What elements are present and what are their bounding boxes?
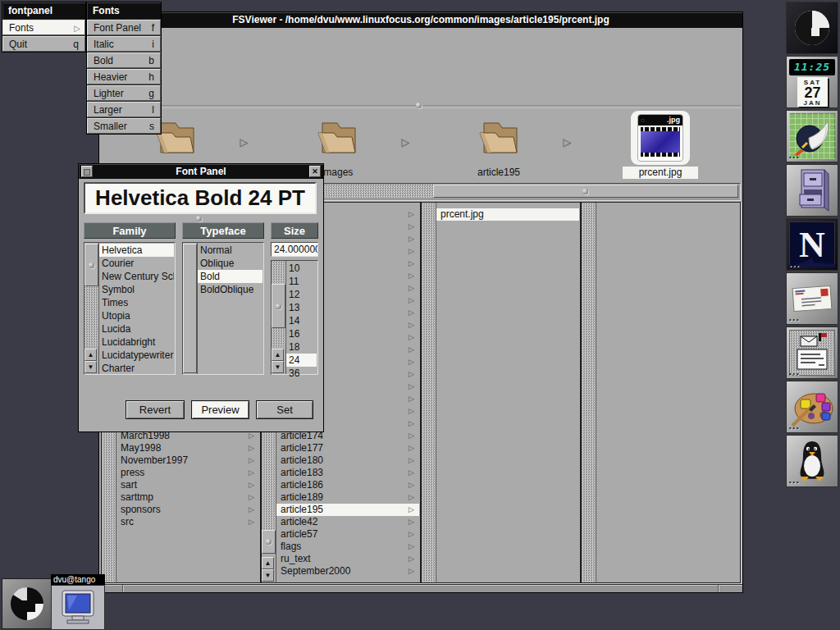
browser-row[interactable]: src▷ xyxy=(116,516,259,528)
menu-item-smaller[interactable]: Smallers xyxy=(87,118,161,134)
shelf-item-prcent.jpg[interactable]: ◌.jpg prcent.jpg xyxy=(611,111,710,189)
window-titlebar[interactable]: FSViewer - /home/dvu/www.linuxfocus.org/… xyxy=(99,12,742,28)
scroll-knob[interactable] xyxy=(183,244,197,373)
scroll-knob[interactable] xyxy=(272,284,285,328)
calendar-date: 27 xyxy=(797,86,828,100)
family-item[interactable]: Times xyxy=(99,296,174,309)
family-item[interactable]: Utopia xyxy=(99,309,174,322)
shelf-item-article195[interactable]: article195 xyxy=(450,111,548,189)
scroll-down-icon[interactable]: ▼ xyxy=(262,569,274,582)
browser-row[interactable]: article180▷ xyxy=(276,454,419,467)
dock-tile-file-cabinet[interactable] xyxy=(786,164,838,217)
browser-row[interactable]: article42▷ xyxy=(276,516,419,528)
window-resize-bar[interactable] xyxy=(99,584,742,592)
browser-row[interactable]: article177▷ xyxy=(276,442,419,454)
browser-row[interactable]: November1997▷ xyxy=(116,454,259,467)
menu-item-italic[interactable]: Italici xyxy=(87,36,161,52)
browser-row[interactable]: article189▷ xyxy=(276,491,419,504)
size-item[interactable]: 11 xyxy=(286,275,317,288)
menu-item-bold[interactable]: Boldb xyxy=(87,52,161,68)
menu-item-heavier[interactable]: Heavierh xyxy=(87,69,161,84)
family-item[interactable]: Charter xyxy=(99,362,174,375)
dock-tile-mail-envelope[interactable]: ••• xyxy=(786,272,838,325)
scroll-down-icon[interactable]: ▼ xyxy=(272,361,284,373)
scroll-down-icon[interactable]: ▼ xyxy=(84,361,97,373)
browser-row[interactable]: article183▷ xyxy=(276,467,419,479)
dock-tile-clock-calendar[interactable]: 11:25 SAT 27 JAN xyxy=(786,56,838,108)
family-item[interactable]: Lucidatypewriter xyxy=(99,349,174,362)
paint-palette-icon xyxy=(789,386,835,427)
menu-item-lighter[interactable]: Lighterg xyxy=(87,85,161,101)
size-item[interactable]: 14 xyxy=(286,314,317,327)
branch-arrow-icon: ▷ xyxy=(249,467,254,479)
dock-tile-mailbox-note[interactable]: ••• xyxy=(786,326,838,379)
gnustep-logo-appicon[interactable] xyxy=(2,578,52,629)
scroll-up-icon[interactable]: ▲ xyxy=(262,557,274,569)
family-item[interactable]: Courier xyxy=(99,257,174,270)
close-icon[interactable]: ✕ xyxy=(309,166,321,177)
browser-row[interactable]: sponsors▷ xyxy=(116,504,259,516)
dock-tile-window-maker-logo[interactable] xyxy=(786,2,838,54)
size-item[interactable]: 24 xyxy=(286,354,317,367)
browser-row[interactable]: sart▷ xyxy=(116,479,259,491)
browser-row[interactable]: ru_text▷ xyxy=(276,553,419,565)
size-item[interactable]: 13 xyxy=(286,301,317,314)
branch-arrow-icon: ▷ xyxy=(409,307,414,319)
menu-title[interactable]: Fonts xyxy=(87,2,161,19)
size-field[interactable]: 24.000000 xyxy=(271,242,318,257)
typeface-item[interactable]: Bold xyxy=(198,270,262,283)
family-item[interactable]: Lucidabright xyxy=(99,336,174,349)
dock-tile-paint-palette[interactable]: ••• xyxy=(786,381,838,433)
browser-row[interactable]: article195▷ xyxy=(276,504,419,516)
typeface-item[interactable]: BoldOblique xyxy=(198,283,262,296)
typeface-item[interactable]: Normal xyxy=(198,244,262,257)
scroll-track[interactable] xyxy=(84,286,98,347)
dock-tile-penguin[interactable]: ••• xyxy=(786,435,838,487)
browser-row[interactable]: prcent.jpg xyxy=(436,208,579,221)
dock-tile-netscape[interactable]: N ••• xyxy=(786,218,838,271)
size-item[interactable]: 12 xyxy=(286,288,317,301)
family-item[interactable]: Lucida xyxy=(99,322,174,336)
set-button[interactable]: Set xyxy=(256,400,313,419)
menu-item-fonts[interactable]: Fonts▷ xyxy=(2,20,85,35)
hscroll-knob[interactable] xyxy=(433,185,738,198)
family-item[interactable]: New Century Schoolbook xyxy=(99,270,174,283)
size-item[interactable]: 10 xyxy=(286,262,317,275)
font-panel-titlebar[interactable]: Font Panel xyxy=(79,164,323,179)
typeface-item[interactable]: Oblique xyxy=(198,257,262,270)
browser-row[interactable]: article186▷ xyxy=(276,479,419,491)
browser-row[interactable]: press▷ xyxy=(116,467,259,479)
family-item[interactable]: Helvetica xyxy=(99,244,174,257)
browser-row[interactable]: September2000▷ xyxy=(276,565,419,578)
family-scrollbar[interactable]: ▲ ▼ xyxy=(84,243,99,374)
branch-arrow-icon: ▷ xyxy=(409,553,414,565)
column-scrollbar[interactable] xyxy=(422,203,436,582)
preview-button[interactable]: Preview xyxy=(191,400,249,419)
browser-row[interactable]: May1998▷ xyxy=(116,442,259,454)
browser-row[interactable]: flags▷ xyxy=(276,541,419,553)
family-item[interactable]: Symbol xyxy=(99,283,174,296)
browser-row[interactable]: sarttmp▷ xyxy=(116,491,259,504)
terminal-appicon[interactable] xyxy=(51,585,105,630)
column-scrollbar[interactable] xyxy=(582,203,596,582)
size-item[interactable]: 18 xyxy=(286,340,317,354)
scroll-knob[interactable] xyxy=(262,530,276,554)
miniaturize-button[interactable] xyxy=(81,166,93,177)
scroll-up-icon[interactable]: ▲ xyxy=(272,349,284,361)
typeface-scrollbar[interactable] xyxy=(183,243,198,374)
branch-arrow-icon: ▷ xyxy=(409,331,414,344)
menu-item-quit[interactable]: Quitq xyxy=(2,36,85,52)
revert-button[interactable]: Revert xyxy=(126,400,185,419)
size-item[interactable]: 16 xyxy=(286,327,317,340)
menu-title[interactable]: fontpanel xyxy=(2,2,85,19)
scroll-knob[interactable] xyxy=(84,244,98,286)
size-scrollbar[interactable]: ▲ ▼ xyxy=(272,261,286,374)
shelf-resize-dimple[interactable] xyxy=(416,103,422,108)
menu-item-larger[interactable]: Largerl xyxy=(87,102,161,117)
scroll-up-icon[interactable]: ▲ xyxy=(84,349,97,361)
menu-item-font-panel[interactable]: Font Panelf xyxy=(87,20,161,35)
size-item[interactable]: 36 xyxy=(286,367,317,380)
browser-row-label: article180 xyxy=(281,454,323,466)
dock-tile-globe-quill[interactable]: ••• xyxy=(786,110,838,162)
browser-row[interactable]: article57▷ xyxy=(276,528,419,541)
